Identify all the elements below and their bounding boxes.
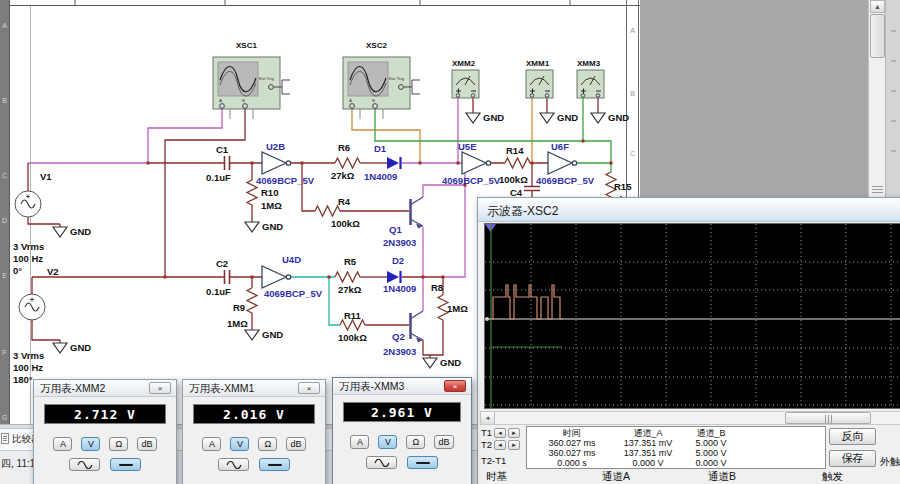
xmm3-ohm-button[interactable]: Ω xyxy=(406,435,425,449)
label-d2-ref: D2 xyxy=(392,255,404,266)
label-channel-a: A xyxy=(219,98,222,103)
label-q2-val: 2N3903 xyxy=(383,346,416,357)
label-q2-ref: Q2 xyxy=(392,331,405,342)
scroll-up-icon[interactable]: ▲ xyxy=(870,0,885,13)
xmm2-db-button[interactable]: dB xyxy=(137,437,156,451)
xmm3-title: 万用表-XMM3 xyxy=(339,380,404,392)
label-xmm3: XMM3 xyxy=(577,59,601,68)
svg-text:B: B xyxy=(630,90,635,97)
xmm2-ampere-button[interactable]: A xyxy=(53,437,72,451)
xmm1-volt-button[interactable]: V xyxy=(230,437,249,451)
component-xmm1[interactable] xyxy=(526,70,553,98)
label-channel-b: B xyxy=(242,98,245,103)
delta-channel-a: 0.000 V xyxy=(617,458,679,468)
label-v2-ref: V2 xyxy=(47,266,59,277)
label-gnd: GND xyxy=(608,112,629,123)
label-u5e-ref: U5E xyxy=(458,141,476,152)
xmm1-db-button[interactable]: dB xyxy=(286,437,305,451)
component-v1[interactable] xyxy=(15,191,41,217)
label-gnd: GND xyxy=(262,329,283,340)
xmm3-titlebar[interactable]: 万用表-XMM3 × xyxy=(333,378,471,395)
reverse-button[interactable]: 反向 xyxy=(829,428,876,445)
component-xmm3[interactable] xyxy=(577,70,604,98)
t1-right-button[interactable]: ► xyxy=(508,428,520,438)
t1-time: 360.027 ms xyxy=(527,438,617,448)
xmm2-titlebar[interactable]: 万用表-XMM2 × xyxy=(34,380,176,397)
xmm2-ohm-button[interactable]: Ω xyxy=(109,437,128,451)
xmm2-volt-button[interactable]: V xyxy=(81,437,100,451)
label-xmm1: XMM1 xyxy=(526,59,550,68)
sine-wave-icon xyxy=(226,461,242,469)
label-xsc2: XSC2 xyxy=(366,41,387,50)
xmm1-ampere-button[interactable]: A xyxy=(202,437,221,451)
label-r9-val: 1MΩ xyxy=(227,318,248,329)
label-v1-ref: V1 xyxy=(40,171,52,182)
close-icon[interactable]: × xyxy=(149,382,171,394)
xmm1-titlebar[interactable]: 万用表-XMM1 × xyxy=(183,380,325,397)
multisim-application: A B C D E F G A B C xyxy=(0,0,900,484)
label-r9-ref: R9 xyxy=(233,302,245,313)
close-icon[interactable]: × xyxy=(298,382,320,394)
label-q1-val: 2N3903 xyxy=(383,237,416,248)
t1-left-button[interactable]: ◄ xyxy=(494,428,506,438)
label-xmm2: XMM2 xyxy=(452,59,476,68)
label-u5e-val: 4069BCP_5V xyxy=(442,175,501,186)
t2-right-button[interactable]: ► xyxy=(508,440,520,450)
label-c1-val: 0.1uF xyxy=(206,172,231,183)
oscilloscope-titlebar[interactable]: 示波器-XSC2 xyxy=(478,198,900,222)
scope-scrollbar-thumb[interactable] xyxy=(785,412,871,424)
multimeter-window-xmm1[interactable]: 万用表-XMM1 × 2.016 V A V Ω dB xyxy=(182,379,326,484)
col-header-channel-a: 通道_A xyxy=(617,428,679,438)
label-u6f-val: 4069BCP_5V xyxy=(536,175,595,186)
vertical-scrollbar-thumb[interactable] xyxy=(870,14,885,58)
xmm3-ac-button[interactable] xyxy=(366,456,397,469)
close-icon[interactable]: × xyxy=(444,380,466,392)
component-xmm2[interactable] xyxy=(452,70,479,98)
vertical-scrollbar[interactable]: ▲ xyxy=(868,0,885,200)
sine-wave-icon xyxy=(374,459,390,467)
label-r5-val: 27kΩ xyxy=(338,284,362,295)
label-v2-freq: 100 Hz xyxy=(13,362,43,373)
scope-horizontal-scrollbar[interactable]: ◄ xyxy=(480,411,900,425)
label-ext-trig: Ext Trig xyxy=(259,76,274,81)
col-header-time: 时间 xyxy=(527,428,617,438)
xmm3-dc-button[interactable] xyxy=(407,456,438,469)
label-q1-ref: Q1 xyxy=(389,224,402,235)
component-v2[interactable] xyxy=(19,294,45,320)
label-c2-val: 0.1uF xyxy=(206,286,231,297)
channel-b-section-label: 通道B xyxy=(708,470,736,484)
delta-time: 0.000 s xyxy=(527,458,617,468)
svg-text:E: E xyxy=(2,272,7,279)
label-v1-phase: 0° xyxy=(13,265,22,276)
label-d1-val: 1N4009 xyxy=(364,171,397,182)
xmm1-title: 万用表-XMM1 xyxy=(189,382,254,394)
oscilloscope-title: 示波器-XSC2 xyxy=(487,204,558,218)
label-u6f-ref: U6F xyxy=(551,141,569,152)
multimeter-window-xmm2[interactable]: 万用表-XMM2 × 2.712 V A V Ω dB xyxy=(33,379,177,484)
t2-left-button[interactable]: ◄ xyxy=(494,440,506,450)
label-c1-ref: C1 xyxy=(216,144,229,155)
xmm3-ampere-button[interactable]: A xyxy=(350,435,369,449)
xmm1-ohm-button[interactable]: Ω xyxy=(258,437,277,451)
cursor-t1-label: T1 xyxy=(481,427,492,438)
label-c2-ref: C2 xyxy=(216,258,228,269)
label-v1-freq: 100 Hz xyxy=(13,253,43,264)
xmm1-dc-button[interactable] xyxy=(259,458,290,471)
xmm2-display: 2.712 V xyxy=(44,404,166,424)
xmm3-volt-button[interactable]: V xyxy=(378,435,397,449)
save-button[interactable]: 保存 xyxy=(829,450,876,467)
oscilloscope-window[interactable]: 示波器-XSC2 xyxy=(477,197,900,484)
t2-channel-a: 137.351 mV xyxy=(617,448,679,458)
scroll-left-icon[interactable]: ◄ xyxy=(481,412,495,424)
xmm1-ac-button[interactable] xyxy=(218,458,249,471)
label-u4d-val: 4069BCP_5V xyxy=(264,288,323,299)
svg-text:A: A xyxy=(630,27,635,34)
label-r4-val: 100kΩ xyxy=(331,218,360,229)
xmm3-db-button[interactable]: dB xyxy=(434,435,453,449)
multimeter-window-xmm3[interactable]: 万用表-XMM3 × 2.961 V A V Ω dB xyxy=(332,377,472,484)
xmm2-dc-button[interactable] xyxy=(110,458,141,471)
channel-marker-icon[interactable] xyxy=(485,317,489,321)
oscilloscope-trace-display xyxy=(485,224,900,408)
xmm2-ac-button[interactable] xyxy=(69,458,100,471)
label-d1-ref: D1 xyxy=(374,143,387,154)
